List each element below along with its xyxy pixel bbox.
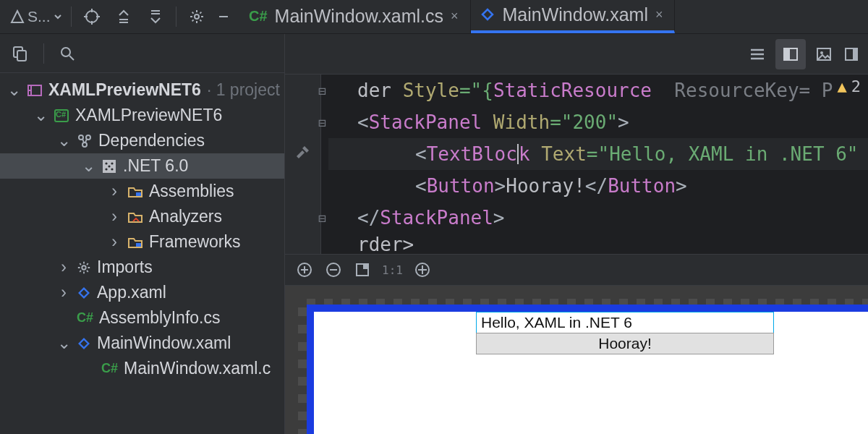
close-icon[interactable]: ×: [451, 9, 459, 24]
tree-label: Frameworks: [149, 232, 241, 252]
stacked-files-icon[interactable]: [7, 38, 33, 69]
inspection-warnings[interactable]: ▲ 2: [838, 77, 861, 95]
chevron-down-icon: [54, 12, 62, 21]
chevron-down-icon: ⌄: [7, 80, 21, 100]
solution-tree: ⌄ XAMLPreviewNET6 · 1 project ⌄ C# XAMLP…: [0, 73, 284, 386]
svg-rect-22: [136, 192, 141, 196]
xaml-preview[interactable]: Hello, XAML in .NET 6 Hooray!: [285, 286, 868, 434]
view-lines-icon[interactable]: [742, 39, 773, 69]
zoom-out-icon[interactable]: [321, 258, 346, 282]
svg-rect-8: [17, 51, 26, 61]
preview-toolbar: 1:1: [285, 254, 868, 286]
solution-config-dropdown[interactable]: S...: [3, 1, 67, 33]
tree-label: XAMLPreviewNET6: [48, 80, 201, 100]
code-line: rder>: [328, 234, 868, 254]
tree-mainwindow-xaml[interactable]: ⌄ MainWindow.xaml: [0, 331, 284, 356]
chevron-right-icon: ›: [56, 283, 71, 302]
collapse-all-icon[interactable]: [140, 1, 171, 33]
tree-app-xaml[interactable]: › App.xaml: [0, 280, 284, 305]
tab-mainwindow-cs[interactable]: C# MainWindow.xaml.cs ×: [240, 0, 471, 33]
chevron-down-icon: ⌄: [81, 156, 95, 176]
svg-point-28: [820, 51, 823, 54]
tree-assemblies[interactable]: › Assemblies: [0, 179, 284, 204]
csharp-icon: C#: [101, 361, 118, 376]
tree-mainwindow-cs[interactable]: C# MainWindow.xaml.c: [0, 356, 284, 381]
gear-icon[interactable]: [181, 1, 213, 33]
preview-textblock: Hello, XAML in .NET 6: [476, 312, 774, 333]
fold-icon[interactable]: ⊟: [318, 210, 326, 226]
tree-label: Dependencies: [98, 131, 205, 150]
solution-icon: [27, 82, 43, 98]
svg-point-9: [61, 48, 70, 56]
svg-point-17: [105, 162, 107, 164]
search-icon[interactable]: [54, 38, 80, 69]
close-icon[interactable]: ×: [655, 7, 663, 22]
folder-analyzer-icon: [127, 209, 143, 225]
tab-mainwindow-xaml[interactable]: MainWindow.xaml ×: [471, 0, 676, 33]
svg-point-15: [82, 142, 87, 147]
code-line: <Button>Hooray!</Button>: [328, 170, 868, 202]
gear-icon: [77, 260, 91, 275]
folder-framework-icon: [127, 234, 143, 250]
tree-label: XAMLPreviewNET6: [75, 106, 222, 125]
svg-rect-26: [784, 48, 790, 60]
xaml-icon: [480, 7, 495, 22]
fold-icon[interactable]: ⊟: [318, 83, 326, 98]
chevron-down-icon: ⌄: [33, 106, 48, 125]
svg-line-10: [69, 56, 74, 60]
separator: [43, 43, 44, 64]
preview-window: Hello, XAML in .NET 6 Hooray!: [307, 305, 868, 434]
tree-imports[interactable]: › Imports: [0, 255, 284, 280]
solution-config-label: S...: [27, 8, 51, 25]
tree-solution-root[interactable]: ⌄ XAMLPreviewNET6 · 1 project: [0, 77, 284, 103]
tree-frameworks[interactable]: › Frameworks: [0, 229, 284, 255]
tree-label: MainWindow.xaml.c: [124, 359, 271, 378]
chevron-right-icon: ›: [107, 182, 122, 201]
fit-screen-icon[interactable]: [350, 258, 375, 282]
panel-right-icon[interactable]: [842, 39, 861, 69]
svg-point-5: [195, 14, 199, 19]
tab-label: MainWindow.xaml: [503, 4, 648, 25]
tree-label: Imports: [97, 258, 153, 277]
svg-rect-6: [219, 16, 228, 17]
svg-rect-30: [853, 48, 857, 60]
chevron-right-icon: ›: [56, 258, 71, 277]
tree-label: MainWindow.xaml: [97, 333, 231, 353]
fold-icon[interactable]: ⊟: [318, 115, 326, 130]
zoom-in-icon[interactable]: [292, 258, 317, 282]
tree-analyzers[interactable]: › Analyzers: [0, 204, 284, 229]
preview-stackpanel: Hello, XAML in .NET 6 Hooray!: [476, 312, 774, 354]
view-split-icon[interactable]: [775, 39, 806, 69]
chevron-right-icon: ›: [107, 207, 122, 226]
warning-icon: ▲: [838, 77, 847, 95]
expand-all-icon[interactable]: [108, 1, 140, 33]
code-line-active: <TextBlock Text="Hello, XAML in .NET 6": [328, 138, 868, 170]
tree-label: AssemblyInfo.cs: [99, 308, 220, 328]
csproj-icon: C#: [54, 108, 69, 124]
chevron-down-icon: ⌄: [56, 131, 71, 150]
editor-tabs: C# MainWindow.xaml.cs × MainWindow.xaml …: [234, 0, 865, 33]
code-line: ⊟ </StackPanel>: [328, 202, 868, 234]
tree-label: Assemblies: [149, 182, 234, 201]
code-editor[interactable]: ▲ 2 ⊟ der Style="{StaticResource Resourc…: [285, 75, 868, 254]
hammer-icon[interactable]: [294, 144, 312, 161]
xaml-icon: [77, 286, 91, 300]
code-line: ⊟ <StackPanel Width="200">: [328, 106, 868, 138]
hide-icon[interactable]: [213, 1, 234, 33]
tree-project[interactable]: ⌄ C# XAMLPreviewNET6: [0, 103, 284, 128]
tree-label: Analyzers: [149, 207, 222, 226]
svg-point-19: [105, 168, 107, 170]
csharp-icon: C#: [249, 8, 268, 25]
warning-count: 2: [851, 77, 861, 95]
svg-rect-34: [363, 265, 367, 269]
tree-label: .NET 6.0: [123, 156, 188, 176]
image-icon[interactable]: [809, 39, 839, 69]
preview-button[interactable]: Hooray!: [476, 333, 774, 354]
tree-dependencies[interactable]: ⌄ Dependencies: [0, 128, 284, 153]
target-icon[interactable]: [76, 1, 108, 33]
tab-label: MainWindow.xaml.cs: [275, 6, 443, 27]
build-icon: [10, 9, 25, 24]
tree-dotnet[interactable]: ⌄ .NET 6.0: [0, 153, 284, 179]
tree-assemblyinfo[interactable]: C# AssemblyInfo.cs: [0, 305, 284, 331]
zoom-reset-icon[interactable]: [410, 258, 435, 282]
